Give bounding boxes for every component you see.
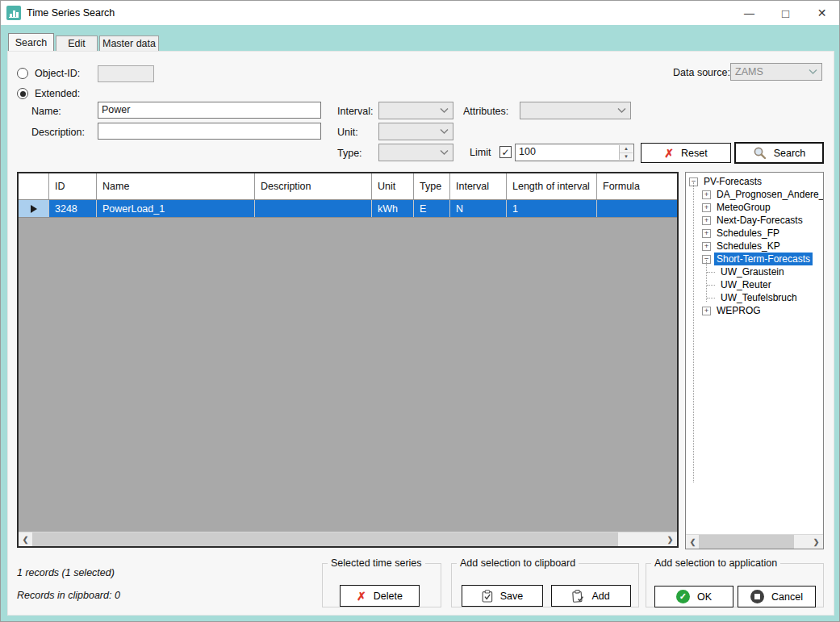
- save-button[interactable]: Save: [462, 585, 543, 607]
- chevron-down-icon: [809, 69, 817, 75]
- attributes-combo[interactable]: [520, 102, 631, 119]
- cancel-button[interactable]: Cancel: [738, 586, 816, 607]
- header-unit[interactable]: Unit: [372, 173, 414, 199]
- magnifier-icon: [753, 146, 767, 160]
- limit-checkbox[interactable]: ✓: [499, 146, 512, 158]
- attributes-label: Attributes:: [463, 106, 508, 117]
- extended-radio[interactable]: [17, 88, 28, 99]
- cell-length-of-interval: 1: [507, 200, 597, 217]
- tree-item-meteogroup[interactable]: + MeteoGroup: [686, 201, 823, 214]
- stop-square: [754, 594, 760, 599]
- header-length-of-interval[interactable]: Length of interval: [507, 173, 597, 199]
- selected-time-series-label: Selected time series: [328, 557, 425, 569]
- tree-item-schedules-kp[interactable]: + Schedules_KP: [686, 240, 823, 253]
- limit-spinner[interactable]: 100 ▲ ▼: [515, 144, 634, 161]
- records-status: 1 records (1 selected): [17, 567, 115, 578]
- object-id-radio[interactable]: [17, 68, 28, 79]
- reset-button[interactable]: ✗ Reset: [641, 143, 731, 163]
- clipboard-add-icon: [572, 590, 584, 603]
- tree-item-pv-forecasts[interactable]: − PV-Forecasts: [686, 175, 823, 188]
- application-group-label: Add selection to application: [651, 557, 780, 569]
- tree-connector: [707, 285, 715, 286]
- object-id-label: Object-ID:: [35, 68, 80, 79]
- minimize-button[interactable]: —: [731, 1, 767, 25]
- tree-item-next-day-forecasts[interactable]: + Next-Day-Forecasts: [686, 214, 823, 227]
- type-label: Type:: [337, 148, 362, 159]
- limit-label: Limit: [470, 147, 491, 158]
- header-id[interactable]: ID: [49, 173, 97, 199]
- expand-icon[interactable]: +: [702, 242, 711, 251]
- tree-horizontal-scrollbar[interactable]: ❮ ❯: [686, 534, 823, 549]
- header-formula[interactable]: Formula: [597, 173, 677, 199]
- object-id-input[interactable]: [98, 65, 154, 82]
- name-input[interactable]: Power: [98, 102, 321, 119]
- grid-horizontal-scrollbar[interactable]: ❮ ❯: [19, 532, 677, 546]
- maximize-button[interactable]: □: [767, 1, 804, 25]
- table-row[interactable]: 3248 PowerLoad_1 kWh E N 1: [19, 200, 677, 218]
- clipboard-group-label: Add selection to clipboard: [457, 557, 579, 569]
- extended-label: Extended:: [35, 88, 80, 99]
- add-button[interactable]: Add: [551, 585, 631, 607]
- unit-combo[interactable]: [378, 123, 453, 140]
- tab-edit[interactable]: Edit: [56, 35, 98, 51]
- interval-combo[interactable]: [378, 102, 453, 119]
- expand-icon[interactable]: +: [702, 229, 711, 238]
- ok-button[interactable]: ✓ OK: [654, 586, 733, 607]
- scroll-left-icon[interactable]: ❮: [686, 535, 700, 549]
- close-button[interactable]: ✕: [804, 1, 840, 25]
- spinner-up-icon[interactable]: ▲: [620, 145, 633, 153]
- header-name[interactable]: Name: [97, 173, 255, 199]
- window-title: Time Series Search: [27, 7, 115, 19]
- expand-icon[interactable]: +: [702, 203, 711, 212]
- cell-interval: N: [450, 200, 507, 217]
- chevron-down-icon: [440, 107, 449, 114]
- time-series-search-window: Time Series Search — □ ✕ Search Edit Mas…: [0, 0, 840, 622]
- data-source-combo[interactable]: ZAMS: [730, 63, 822, 81]
- application-group: Add selection to application ✓ OK Cancel: [646, 557, 824, 607]
- header-row-selector: [19, 173, 49, 199]
- category-tree: − PV-Forecasts + DA_Prognosen_Andere_ + …: [685, 172, 824, 549]
- tree-item-weprog[interactable]: + WEPROG: [686, 304, 823, 317]
- cell-formula: [597, 200, 677, 217]
- ok-check-icon: ✓: [676, 590, 690, 603]
- red-x-icon: ✗: [357, 591, 366, 602]
- scroll-right-icon[interactable]: ❯: [663, 532, 677, 546]
- cell-name: PowerLoad_1: [97, 200, 255, 217]
- delete-button[interactable]: ✗ Delete: [340, 585, 420, 607]
- scroll-left-icon[interactable]: ❮: [19, 532, 32, 546]
- cell-id: 3248: [49, 200, 97, 217]
- selected-time-series-group: Selected time series ✗ Delete: [322, 557, 441, 607]
- tree-item-da-prognosen[interactable]: + DA_Prognosen_Andere_: [686, 188, 823, 201]
- name-label: Name:: [31, 106, 61, 117]
- tab-search[interactable]: Search: [8, 33, 54, 51]
- tree-guide-line: [693, 182, 694, 482]
- header-interval[interactable]: Interval: [450, 173, 507, 199]
- spinner-buttons[interactable]: ▲ ▼: [619, 145, 633, 160]
- tab-master-data[interactable]: Master data: [99, 35, 159, 51]
- clipboard-group: Add selection to clipboard Save Add: [451, 557, 639, 607]
- tree-guide-line: [706, 260, 707, 302]
- description-label: Description:: [31, 127, 85, 138]
- expand-icon[interactable]: +: [702, 307, 711, 315]
- description-input[interactable]: [98, 123, 321, 140]
- title-bar: Time Series Search — □ ✕: [1, 1, 840, 25]
- expand-icon[interactable]: +: [702, 216, 711, 225]
- unit-label: Unit:: [337, 127, 358, 138]
- tree-item-schedules-fp[interactable]: + Schedules_FP: [686, 227, 823, 240]
- clipboard-status: Records in clipboard: 0: [17, 590, 120, 601]
- header-type[interactable]: Type: [414, 173, 450, 199]
- scroll-right-icon[interactable]: ❯: [809, 535, 823, 549]
- expand-icon[interactable]: +: [702, 190, 711, 199]
- limit-value: 100: [519, 146, 536, 157]
- scrollbar-thumb[interactable]: [699, 535, 794, 549]
- search-button[interactable]: Search: [734, 142, 824, 164]
- type-combo[interactable]: [378, 144, 453, 161]
- delete-label: Delete: [374, 591, 403, 602]
- cancel-label: Cancel: [771, 591, 803, 603]
- cell-unit: kWh: [372, 200, 414, 217]
- cancel-stop-icon: [750, 590, 764, 603]
- header-description[interactable]: Description: [255, 173, 372, 199]
- scrollbar-thumb[interactable]: [32, 532, 618, 546]
- spinner-down-icon[interactable]: ▼: [620, 153, 633, 161]
- row-pointer-icon: [31, 205, 37, 213]
